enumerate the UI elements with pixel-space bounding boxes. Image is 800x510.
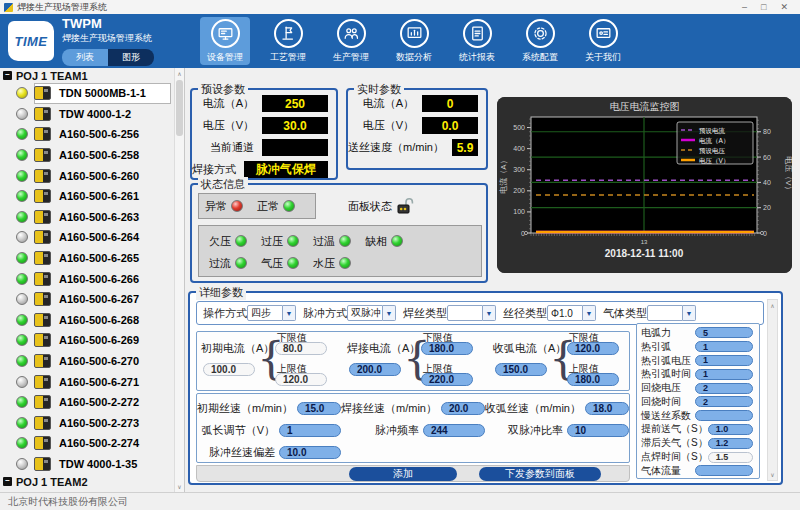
arc-param-input[interactable] (695, 465, 753, 476)
collapse-icon[interactable]: − (3, 71, 12, 80)
scroll-up-icon[interactable]: ∧ (768, 302, 777, 309)
minimize-button[interactable]: – (742, 1, 747, 13)
dropdown-group-2: 脉冲方式双脉冲▼ (303, 305, 396, 321)
chevron-down-icon[interactable]: ▼ (483, 305, 496, 321)
dropdown-select[interactable]: ▼ (647, 305, 696, 321)
arc-param-input[interactable]: 1 (695, 369, 753, 380)
device-label: A160-500-6-266 (59, 273, 139, 285)
wire-param-cell: 脉冲频率244 (341, 421, 485, 439)
current-value-input[interactable]: 100.0 (203, 363, 255, 376)
device-item[interactable]: TDN 5000MB-1-1 (0, 83, 175, 104)
scroll-up-icon[interactable]: ∧ (175, 70, 184, 77)
device-item[interactable]: A160-500-6-256 (0, 124, 175, 145)
alarm-label: 过压 (261, 234, 283, 249)
device-label: A160-500-2-273 (59, 417, 139, 429)
device-item[interactable]: A160-500-6-266 (0, 268, 175, 289)
arc-param-input[interactable]: 1.0 (708, 424, 753, 435)
device-item[interactable]: A160-500-6-260 (0, 165, 175, 186)
device-item[interactable]: TDW 4000-1-35 (0, 454, 175, 475)
wire-param-input[interactable]: 244 (423, 424, 485, 437)
send-params-button[interactable]: 下发参数到面板 (479, 467, 601, 481)
nav-item-3[interactable]: 生产管理 (326, 17, 376, 65)
dropdown-select[interactable]: 四步▼ (247, 305, 296, 321)
arc-param-input[interactable]: 5 (695, 327, 753, 338)
device-item[interactable]: A160-500-2-274 (0, 433, 175, 454)
dropdown-value[interactable]: 双脉冲 (347, 305, 383, 321)
chevron-down-icon[interactable]: ▼ (683, 305, 696, 321)
arc-param-row: 提前送气（S）1.0 (637, 423, 759, 437)
scrollbar-thumb[interactable] (176, 80, 183, 136)
lower-limit-input[interactable]: 80.0 (275, 342, 327, 355)
nav-item-4[interactable]: 数据分析 (389, 17, 439, 65)
arc-param-row: 滞后关气（S）1.2 (637, 436, 759, 450)
dropdown-value[interactable] (647, 305, 683, 321)
device-item[interactable]: A160-500-2-272 (0, 392, 175, 413)
collapse-icon[interactable]: − (3, 477, 12, 486)
close-button[interactable]: ✕ (780, 1, 788, 13)
dropdown-select[interactable]: Φ1.0▼ (547, 305, 596, 321)
dropdown-value[interactable]: Φ1.0 (547, 305, 583, 321)
view-button-list[interactable]: 列表 (62, 49, 108, 66)
arc-param-input[interactable]: 2 (695, 383, 753, 394)
scroll-down-icon[interactable]: ∨ (768, 471, 777, 478)
device-item[interactable]: A160-500-6-268 (0, 310, 175, 331)
arc-param-input[interactable]: 1.2 (708, 438, 753, 449)
add-button[interactable]: 添加 (349, 467, 457, 481)
device-item[interactable]: A160-500-6-270 (0, 351, 175, 372)
tree-group-1[interactable]: −POJ 1 TEAM1 (0, 68, 175, 83)
device-item[interactable]: A160-500-6-261 (0, 186, 175, 207)
tree-group-label: POJ 1 TEAM2 (16, 476, 88, 488)
nav-label: 数据分析 (396, 51, 432, 64)
nav-item-6[interactable]: 系统配置 (515, 17, 565, 65)
arc-param-input[interactable] (695, 410, 753, 421)
view-button-graph[interactable]: 图形 (108, 49, 154, 66)
wire-param-input[interactable]: 1 (279, 424, 341, 437)
wire-param-input[interactable]: 20.0 (441, 402, 485, 415)
upper-limit-input[interactable]: 180.0 (567, 373, 619, 386)
upper-limit-input[interactable]: 220.0 (421, 373, 473, 386)
realtime-params-panel: 实时参数 电流（A）0电压（V）0.0送丝速度（m/min）5.9 (346, 88, 488, 170)
lower-limit-input[interactable]: 120.0 (567, 342, 619, 355)
wire-param-input[interactable]: 15.0 (297, 402, 341, 415)
chevron-down-icon[interactable]: ▼ (283, 305, 296, 321)
wire-param-input[interactable]: 18.0 (585, 402, 629, 415)
scroll-down-icon[interactable]: ∨ (175, 483, 184, 490)
arc-param-input[interactable]: 1.5 (708, 452, 753, 463)
arc-param-input[interactable]: 1 (695, 355, 753, 366)
device-item[interactable]: A160-500-2-273 (0, 413, 175, 434)
arc-param-input[interactable]: 2 (695, 396, 753, 407)
lower-limit-input[interactable]: 180.0 (421, 342, 473, 355)
dropdown-select[interactable]: ▼ (447, 305, 496, 321)
upper-limit-input[interactable]: 120.0 (275, 373, 327, 386)
device-item[interactable]: TDW 4000-1-2 (0, 104, 175, 125)
dropdown-value[interactable] (447, 305, 483, 321)
maximize-button[interactable]: □ (761, 1, 766, 13)
device-item[interactable]: A160-500-6-267 (0, 289, 175, 310)
dropdown-value[interactable]: 四步 (247, 305, 283, 321)
wire-param-input[interactable]: 10 (567, 424, 629, 437)
chevron-down-icon[interactable]: ▼ (583, 305, 596, 321)
arc-param-label: 回烧时间 (641, 395, 681, 409)
nav-item-5[interactable]: 统计报表 (452, 17, 502, 65)
sidebar-scrollbar[interactable]: ∧ ∨ (174, 68, 184, 492)
nav-item-2[interactable]: 工艺管理 (263, 17, 313, 65)
detail-scrollbar[interactable]: ∧ ∨ (767, 299, 778, 481)
arc-param-input[interactable]: 1 (695, 341, 753, 352)
device-item[interactable]: A160-500-6-258 (0, 145, 175, 166)
dropdown-select[interactable]: 双脉冲▼ (347, 305, 396, 321)
nav-item-7[interactable]: 关于我们 (578, 17, 628, 65)
current-value-input[interactable]: 200.0 (349, 363, 401, 376)
current-value-input[interactable]: 150.0 (495, 363, 547, 376)
device-item[interactable]: A160-500-6-271 (0, 371, 175, 392)
tree-group-2[interactable]: −POJ 1 TEAM2 (0, 474, 175, 489)
device-item[interactable]: A160-500-6-264 (0, 227, 175, 248)
arc-param-label: 热引弧时间 (641, 367, 691, 381)
wire-param-input[interactable]: 10.0 (279, 446, 341, 459)
device-item[interactable]: A160-500-6-269 (0, 330, 175, 351)
nav-item-1[interactable]: 设备管理 (200, 17, 250, 65)
welder-device-icon (34, 86, 51, 100)
preset-params-title: 预设参数 (198, 82, 248, 97)
device-item[interactable]: A160-500-6-265 (0, 248, 175, 269)
device-item[interactable]: A160-500-6-263 (0, 207, 175, 228)
chevron-down-icon[interactable]: ▼ (383, 305, 396, 321)
